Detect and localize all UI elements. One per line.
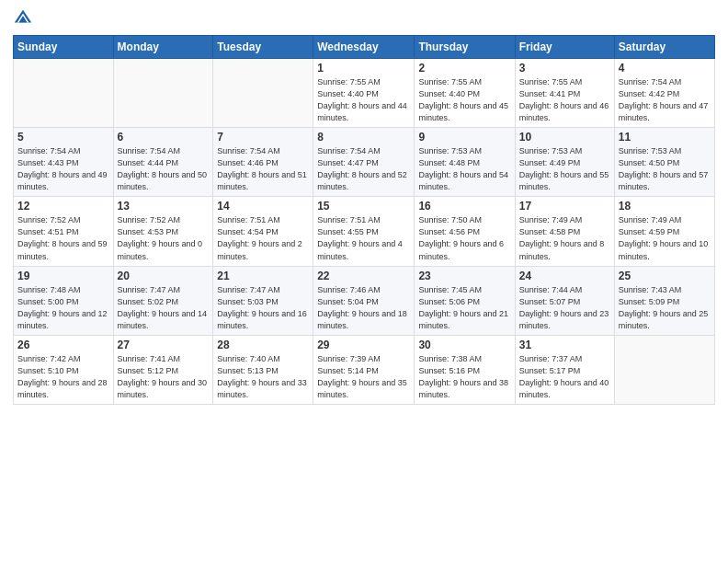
day-info: Sunrise: 7:51 AM Sunset: 4:55 PM Dayligh…: [317, 214, 410, 262]
day-number: 23: [418, 270, 510, 282]
day-number: 6: [118, 131, 210, 144]
day-info: Sunrise: 7:47 AM Sunset: 5:03 PM Dayligh…: [217, 284, 309, 332]
day-info: Sunrise: 7:43 AM Sunset: 5:09 PM Dayligh…: [619, 284, 711, 332]
calendar-cell: 14Sunrise: 7:51 AM Sunset: 4:54 PM Dayli…: [213, 197, 313, 266]
calendar-cell: 3Sunrise: 7:55 AM Sunset: 4:41 PM Daylig…: [515, 59, 614, 128]
calendar-cell: 8Sunrise: 7:54 AM Sunset: 4:47 PM Daylig…: [313, 128, 415, 197]
day-number: 24: [519, 270, 610, 282]
calendar-cell: 27Sunrise: 7:41 AM Sunset: 5:12 PM Dayli…: [113, 335, 213, 404]
day-number: 11: [619, 131, 711, 144]
day-info: Sunrise: 7:40 AM Sunset: 5:13 PM Dayligh…: [217, 353, 309, 401]
calendar-cell: 10Sunrise: 7:53 AM Sunset: 4:49 PM Dayli…: [515, 128, 614, 197]
day-info: Sunrise: 7:55 AM Sunset: 4:41 PM Dayligh…: [519, 76, 610, 124]
header: [13, 9, 715, 28]
day-number: 1: [317, 62, 410, 75]
calendar-cell: 22Sunrise: 7:46 AM Sunset: 5:04 PM Dayli…: [313, 266, 415, 335]
calendar-cell: 5Sunrise: 7:54 AM Sunset: 4:43 PM Daylig…: [14, 128, 114, 197]
day-number: 7: [217, 131, 309, 144]
day-number: 25: [619, 270, 711, 282]
calendar-cell: 23Sunrise: 7:45 AM Sunset: 5:06 PM Dayli…: [415, 266, 515, 335]
logo: [13, 9, 33, 28]
calendar-cell: 28Sunrise: 7:40 AM Sunset: 5:13 PM Dayli…: [213, 335, 313, 404]
weekday-header-thursday: Thursday: [415, 36, 515, 59]
day-info: Sunrise: 7:50 AM Sunset: 4:56 PM Dayligh…: [418, 214, 510, 262]
calendar-week-row: 1Sunrise: 7:55 AM Sunset: 4:40 PM Daylig…: [14, 59, 715, 128]
calendar-cell: 18Sunrise: 7:49 AM Sunset: 4:59 PM Dayli…: [614, 197, 714, 266]
day-info: Sunrise: 7:47 AM Sunset: 5:02 PM Dayligh…: [118, 284, 210, 332]
day-info: Sunrise: 7:54 AM Sunset: 4:47 PM Dayligh…: [317, 145, 410, 193]
day-info: Sunrise: 7:55 AM Sunset: 4:40 PM Dayligh…: [418, 76, 510, 124]
day-info: Sunrise: 7:48 AM Sunset: 5:00 PM Dayligh…: [17, 284, 109, 332]
calendar-cell: 15Sunrise: 7:51 AM Sunset: 4:55 PM Dayli…: [313, 197, 415, 266]
day-info: Sunrise: 7:41 AM Sunset: 5:12 PM Dayligh…: [118, 353, 210, 401]
day-info: Sunrise: 7:54 AM Sunset: 4:42 PM Dayligh…: [619, 76, 711, 124]
day-number: 3: [519, 62, 610, 75]
day-number: 15: [317, 200, 410, 213]
day-number: 27: [118, 339, 210, 351]
day-number: 12: [17, 200, 109, 213]
day-info: Sunrise: 7:42 AM Sunset: 5:10 PM Dayligh…: [17, 353, 109, 401]
calendar-week-row: 19Sunrise: 7:48 AM Sunset: 5:00 PM Dayli…: [14, 266, 715, 335]
calendar-week-row: 26Sunrise: 7:42 AM Sunset: 5:10 PM Dayli…: [14, 335, 715, 404]
calendar-cell: 20Sunrise: 7:47 AM Sunset: 5:02 PM Dayli…: [113, 266, 213, 335]
calendar-cell: 29Sunrise: 7:39 AM Sunset: 5:14 PM Dayli…: [313, 335, 415, 404]
day-number: 31: [519, 339, 610, 351]
day-info: Sunrise: 7:51 AM Sunset: 4:54 PM Dayligh…: [217, 214, 309, 262]
day-info: Sunrise: 7:53 AM Sunset: 4:49 PM Dayligh…: [519, 145, 610, 193]
weekday-header-tuesday: Tuesday: [213, 36, 313, 59]
weekday-header-monday: Monday: [113, 36, 213, 59]
day-number: 10: [519, 131, 610, 144]
calendar-cell: 26Sunrise: 7:42 AM Sunset: 5:10 PM Dayli…: [14, 335, 114, 404]
day-info: Sunrise: 7:49 AM Sunset: 4:59 PM Dayligh…: [619, 214, 711, 262]
day-info: Sunrise: 7:49 AM Sunset: 4:58 PM Dayligh…: [519, 214, 610, 262]
day-number: 4: [619, 62, 711, 75]
weekday-header-wednesday: Wednesday: [313, 36, 415, 59]
day-number: 2: [418, 62, 510, 75]
day-number: 5: [17, 131, 109, 144]
calendar-cell: 21Sunrise: 7:47 AM Sunset: 5:03 PM Dayli…: [213, 266, 313, 335]
calendar-cell: 16Sunrise: 7:50 AM Sunset: 4:56 PM Dayli…: [415, 197, 515, 266]
weekday-header-row: SundayMondayTuesdayWednesdayThursdayFrid…: [14, 36, 715, 59]
day-number: 8: [317, 131, 410, 144]
calendar-table: SundayMondayTuesdayWednesdayThursdayFrid…: [13, 35, 715, 405]
calendar-week-row: 5Sunrise: 7:54 AM Sunset: 4:43 PM Daylig…: [14, 128, 715, 197]
day-number: 20: [118, 270, 210, 282]
page-container: SundayMondayTuesdayWednesdayThursdayFrid…: [0, 0, 728, 414]
calendar-week-row: 12Sunrise: 7:52 AM Sunset: 4:51 PM Dayli…: [14, 197, 715, 266]
calendar-cell: 19Sunrise: 7:48 AM Sunset: 5:00 PM Dayli…: [14, 266, 114, 335]
weekday-header-sunday: Sunday: [14, 36, 114, 59]
day-number: 14: [217, 200, 309, 213]
day-number: 21: [217, 270, 309, 282]
weekday-header-friday: Friday: [515, 36, 614, 59]
calendar-cell: 31Sunrise: 7:37 AM Sunset: 5:17 PM Dayli…: [515, 335, 614, 404]
day-info: Sunrise: 7:44 AM Sunset: 5:07 PM Dayligh…: [519, 284, 610, 332]
day-info: Sunrise: 7:52 AM Sunset: 4:53 PM Dayligh…: [118, 214, 210, 262]
day-number: 18: [619, 200, 711, 213]
calendar-cell: [213, 59, 313, 128]
calendar-cell: 1Sunrise: 7:55 AM Sunset: 4:40 PM Daylig…: [313, 59, 415, 128]
day-number: 13: [118, 200, 210, 213]
day-info: Sunrise: 7:55 AM Sunset: 4:40 PM Dayligh…: [317, 76, 410, 124]
day-info: Sunrise: 7:39 AM Sunset: 5:14 PM Dayligh…: [317, 353, 410, 401]
calendar-cell: [113, 59, 213, 128]
day-info: Sunrise: 7:37 AM Sunset: 5:17 PM Dayligh…: [519, 353, 610, 401]
day-number: 26: [17, 339, 109, 351]
calendar-cell: 11Sunrise: 7:53 AM Sunset: 4:50 PM Dayli…: [614, 128, 714, 197]
day-number: 28: [217, 339, 309, 351]
day-number: 29: [317, 339, 410, 351]
calendar-cell: 7Sunrise: 7:54 AM Sunset: 4:46 PM Daylig…: [213, 128, 313, 197]
day-number: 30: [418, 339, 510, 351]
calendar-cell: [614, 335, 714, 404]
calendar-cell: 25Sunrise: 7:43 AM Sunset: 5:09 PM Dayli…: [614, 266, 714, 335]
day-info: Sunrise: 7:46 AM Sunset: 5:04 PM Dayligh…: [317, 284, 410, 332]
calendar-cell: 9Sunrise: 7:53 AM Sunset: 4:48 PM Daylig…: [415, 128, 515, 197]
calendar-cell: 30Sunrise: 7:38 AM Sunset: 5:16 PM Dayli…: [415, 335, 515, 404]
day-number: 16: [418, 200, 510, 213]
calendar-cell: 4Sunrise: 7:54 AM Sunset: 4:42 PM Daylig…: [614, 59, 714, 128]
weekday-header-saturday: Saturday: [614, 36, 714, 59]
calendar-cell: 6Sunrise: 7:54 AM Sunset: 4:44 PM Daylig…: [113, 128, 213, 197]
calendar-cell: 17Sunrise: 7:49 AM Sunset: 4:58 PM Dayli…: [515, 197, 614, 266]
day-info: Sunrise: 7:45 AM Sunset: 5:06 PM Dayligh…: [418, 284, 510, 332]
day-info: Sunrise: 7:54 AM Sunset: 4:46 PM Dayligh…: [217, 145, 309, 193]
day-info: Sunrise: 7:54 AM Sunset: 4:43 PM Dayligh…: [17, 145, 109, 193]
